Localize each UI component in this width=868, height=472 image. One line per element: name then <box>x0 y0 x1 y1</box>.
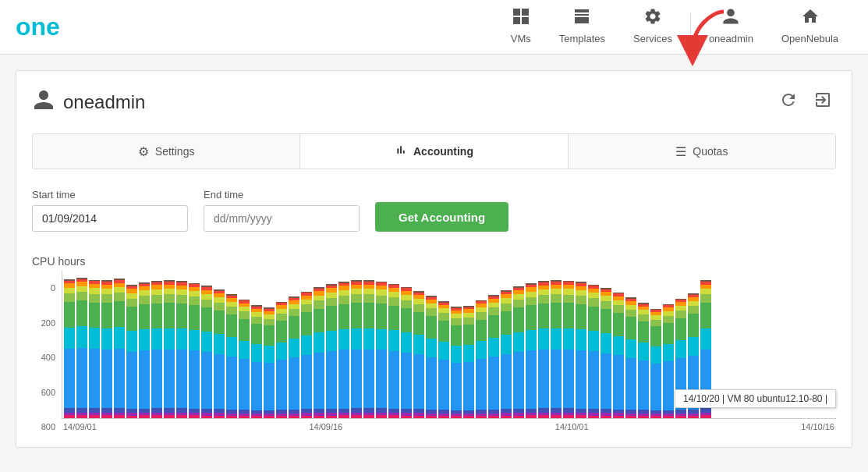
bar-group[interactable] <box>501 270 512 418</box>
bar-segment <box>89 328 100 349</box>
bar-group[interactable] <box>176 270 187 418</box>
bar-group[interactable] <box>388 270 399 418</box>
bar-group[interactable] <box>239 270 250 418</box>
bar-segment <box>388 297 399 306</box>
bar-group[interactable] <box>226 270 237 418</box>
bar-segment <box>101 415 112 418</box>
bar-group[interactable] <box>139 270 150 418</box>
bar-segment <box>101 289 112 294</box>
bar-group[interactable] <box>576 270 586 418</box>
bar-group[interactable] <box>401 270 412 418</box>
bar-segment <box>114 349 125 409</box>
bar-group[interactable] <box>526 270 537 418</box>
nav-item-vms[interactable]: VMs <box>497 0 545 54</box>
bar-group[interactable] <box>101 270 112 418</box>
bar-segment <box>201 416 212 418</box>
bar-segment <box>89 294 100 303</box>
bar-group[interactable] <box>451 270 462 418</box>
bar-group[interactable] <box>338 270 349 418</box>
bar-segment <box>513 294 524 300</box>
nav-item-services[interactable]: Services <box>619 0 686 54</box>
bar-group[interactable] <box>114 270 125 418</box>
bar-group[interactable] <box>588 270 599 418</box>
bar-group[interactable] <box>463 270 474 418</box>
bar-group[interactable] <box>538 270 549 418</box>
bar-group[interactable] <box>663 270 674 418</box>
user-name: oneadmin <box>63 91 145 113</box>
bar-group[interactable] <box>413 270 424 418</box>
accounting-form: Start time End time Get Accounting <box>32 189 836 232</box>
bar-segment <box>413 304 424 312</box>
bar-group[interactable] <box>289 270 299 418</box>
start-time-label: Start time <box>32 189 188 201</box>
bar-group[interactable] <box>201 270 212 418</box>
bar-segment <box>663 344 674 361</box>
refresh-button[interactable] <box>775 87 802 118</box>
get-accounting-button[interactable]: Get Accounting <box>375 202 508 232</box>
bar-group[interactable] <box>638 270 649 418</box>
bar-segment <box>576 329 586 350</box>
bar-segment <box>613 355 624 409</box>
bar-group[interactable] <box>551 270 562 418</box>
bar-group[interactable] <box>376 270 387 418</box>
bar-group[interactable] <box>76 270 87 418</box>
bar-group[interactable] <box>89 270 100 418</box>
bar-segment <box>164 294 175 303</box>
services-icon <box>643 7 662 30</box>
tab-accounting[interactable]: Accounting <box>300 134 568 169</box>
bar-group[interactable] <box>214 270 225 418</box>
bar-group[interactable] <box>264 270 275 418</box>
bar-segment <box>551 303 562 328</box>
bar-group[interactable] <box>438 270 449 418</box>
bar-segment <box>114 287 125 293</box>
bar-group[interactable] <box>513 270 524 418</box>
bar-group[interactable] <box>650 270 661 418</box>
bar-group[interactable] <box>563 270 574 418</box>
bar-group[interactable] <box>164 270 175 418</box>
bar-group[interactable] <box>301 270 312 418</box>
bar-group[interactable] <box>64 270 75 418</box>
bar-group[interactable] <box>625 270 636 418</box>
logo[interactable]: one <box>16 12 60 41</box>
bar-segment <box>276 321 287 342</box>
bar-group[interactable] <box>126 270 137 418</box>
bar-group[interactable] <box>488 270 499 418</box>
bar-segment <box>625 416 636 418</box>
bar-group[interactable] <box>363 270 374 418</box>
bar-segment <box>501 335 512 354</box>
tab-quotas[interactable]: ☰ Quotas <box>569 134 835 169</box>
bar-group[interactable] <box>601 270 611 418</box>
bar-segment <box>64 328 75 349</box>
bar-segment <box>351 289 362 294</box>
bar-segment <box>251 344 262 361</box>
nav-item-templates[interactable]: Templates <box>545 0 619 54</box>
end-time-input[interactable] <box>204 205 360 232</box>
bar-segment <box>151 303 162 328</box>
tab-settings[interactable]: ⚙ Settings <box>33 134 300 169</box>
logout-button[interactable] <box>810 87 836 118</box>
nav-item-oneadmin[interactable]: oneadmin <box>695 0 767 54</box>
bar-group[interactable] <box>426 270 437 418</box>
bar-group[interactable] <box>351 270 362 418</box>
bar-segment <box>314 300 324 308</box>
bar-group[interactable] <box>276 270 287 418</box>
start-time-input[interactable] <box>32 205 188 232</box>
bar-group[interactable] <box>189 270 200 418</box>
bar-segment <box>264 346 275 363</box>
bar-segment <box>551 350 562 409</box>
end-time-label: End time <box>204 189 360 201</box>
bar-group[interactable] <box>151 270 162 418</box>
bar-group[interactable] <box>326 270 337 418</box>
nav-item-opennebula[interactable]: OpenNebula <box>767 0 852 54</box>
bar-group[interactable] <box>476 270 487 418</box>
bar-segment <box>601 333 611 353</box>
bar-segment <box>426 339 437 357</box>
bar-segment <box>351 303 362 328</box>
bar-group[interactable] <box>613 270 624 418</box>
bar-segment <box>101 294 112 303</box>
bar-segment <box>126 352 137 409</box>
bar-group[interactable] <box>314 270 324 418</box>
bar-segment <box>513 332 524 353</box>
bar-group[interactable] <box>251 270 262 418</box>
bar-segment <box>114 327 125 348</box>
